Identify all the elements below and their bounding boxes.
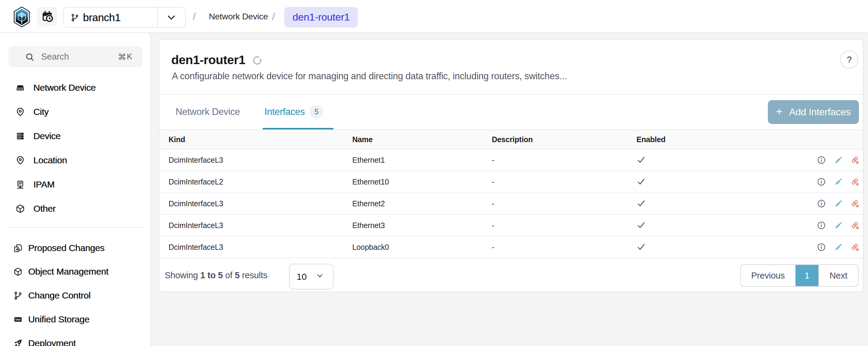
svg-text:IP: IP xyxy=(19,181,22,186)
